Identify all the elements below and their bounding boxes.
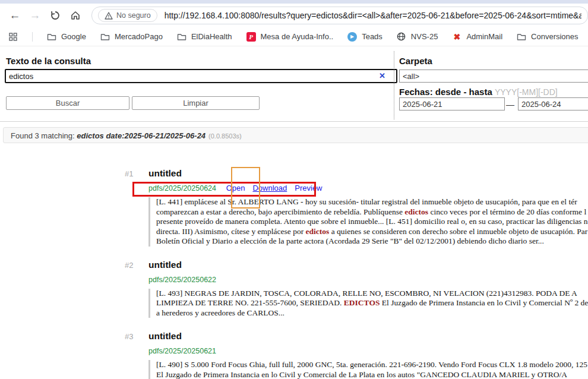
result-title: untitled (148, 168, 588, 179)
folder-input[interactable] (399, 70, 588, 83)
snippet-line: El Juzgado de Primera Instancia en lo Ci… (156, 370, 588, 379)
results-summary-query: edictos date:2025-06-21/2025-06-24 (77, 131, 206, 140)
home-icon[interactable] (65, 6, 86, 25)
bookmark-icon (177, 32, 186, 42)
bookmark-icon: ▶ (347, 32, 357, 42)
snippet-line: a herederos y acreedores de CARLOS... (156, 308, 588, 318)
bookmark-item[interactable]: ElDiaHealth (177, 32, 232, 42)
snippet-line: [L. 490] S 5.000 Ford Focus Ghia, full f… (156, 360, 588, 370)
open-link[interactable]: Open (226, 184, 245, 192)
result-title: untitled (148, 259, 588, 270)
result-path-link[interactable]: pdfs/2025/20250624 (148, 184, 216, 192)
bookmark-label: ElDiaHealth (191, 32, 232, 41)
bookmark-label: NVS-25 (411, 32, 438, 41)
result-item: #2 untitled pdfs/2025/20250622 [L. 493] … (125, 259, 588, 318)
limpiar-button[interactable]: Limpiar (132, 96, 260, 110)
result-path-link[interactable]: pdfs/2025/20250622 (148, 276, 216, 284)
bookmark-item[interactable]: MercadoPago (100, 32, 163, 42)
result-meta-row: pdfs/2025/20250621 (148, 347, 588, 355)
search-form: Texto de la consulta ✕ Buscar Limpiar Ca… (0, 46, 588, 121)
result-snippet: [L. 490] S 5.000 Ford Focus Ghia, full f… (148, 360, 588, 379)
date-to-input[interactable] (518, 97, 588, 110)
globe-icon (397, 32, 406, 41)
result-path-link[interactable]: pdfs/2025/20250621 (148, 347, 216, 355)
security-chip-label: No seguro (116, 11, 151, 20)
results-summary-prefix: Found 3 matching: (11, 131, 77, 140)
result-item: #1 untitled pdfs/2025/20250624 OpenDownl… (125, 168, 588, 247)
folder-label: Carpeta (399, 56, 432, 66)
bookmark-label: AdminMail (466, 32, 502, 41)
bookmark-label: Google (61, 32, 86, 41)
bookmarks-divider (32, 32, 33, 42)
result-number: #2 (125, 261, 133, 270)
results-summary-timing: (0.0.8503s) (208, 132, 242, 140)
bookmarks-bar: Google MercadoPago ElDiaHealth P Mesa de… (0, 27, 588, 46)
result-title: untitled (148, 330, 588, 342)
bookmark-label: Mesa de Ayuda-Info.. (261, 32, 334, 41)
result-number: #3 (125, 332, 133, 341)
clear-query-icon[interactable]: ✕ (379, 71, 385, 80)
query-label: Texto de la consulta (6, 56, 91, 66)
reload-icon-glyph (50, 10, 61, 21)
browser-toolbar: ← → No seguro http://192.168.4.100:8080/… (0, 4, 588, 27)
result-number: #1 (125, 169, 133, 178)
bookmarks-list: Google MercadoPago ElDiaHealth P Mesa de… (47, 32, 588, 42)
result-snippet: [L. 493] NEGRAS DE JARDIN, TOSCA, COLORA… (148, 289, 588, 318)
snippet-line: LIMPIEZA DE TERRE NO. 221-555-7600, SERI… (156, 298, 588, 308)
address-bar[interactable]: No seguro http://192.168.4.100:8080/resu… (91, 7, 588, 24)
results-list: #1 untitled pdfs/2025/20250624 OpenDownl… (125, 165, 588, 379)
red-p-icon: P (246, 32, 256, 42)
security-chip[interactable]: No seguro (98, 9, 157, 22)
bookmark-item[interactable]: Conversiones (517, 32, 578, 42)
result-snippet: [L. 441] emplácese al Sr. ALBERTO LANG -… (148, 197, 588, 247)
bookmark-item[interactable]: ▶ Teads (347, 32, 382, 42)
dates-label-row: Fechas: desde - hasta YYYY[-MM][-DD] (399, 87, 558, 97)
section-divider (0, 121, 588, 122)
reload-icon[interactable] (45, 6, 65, 25)
bookmark-item[interactable]: Google (47, 32, 86, 42)
forward-icon[interactable]: → (25, 6, 45, 25)
dates-label: Fechas: desde - hasta (399, 87, 492, 97)
snippet-line: [L. 441] emplácese al Sr. ALBERTO LANG -… (156, 197, 588, 207)
date-range-dash: — (506, 100, 514, 109)
snippet-line: comparezcan a estar a derecho, bajo aper… (156, 207, 588, 217)
snippet-line: directa. III) Asimismo, cítese y empláce… (156, 227, 588, 237)
apps-grid-icon[interactable] (8, 32, 18, 42)
date-from-input[interactable] (399, 97, 505, 110)
result-item: #3 untitled pdfs/2025/20250621 [L. 490] … (125, 330, 588, 379)
download-link[interactable]: Download (252, 184, 287, 192)
dates-format-hint-text: YYYY[-MM][-DD] (495, 87, 558, 97)
bookmark-icon: ✖ (452, 32, 461, 42)
bookmark-icon (397, 32, 406, 42)
result-meta-row: pdfs/2025/20250624 OpenDownloadPreview (148, 184, 588, 192)
bookmark-item[interactable]: P Mesa de Ayuda-Info.. (246, 32, 334, 42)
red-mail-icon: ✖ (454, 32, 461, 42)
buscar-button[interactable]: Buscar (6, 96, 129, 110)
snippet-line: [L. 493] NEGRAS DE JARDIN, TOSCA, COLORA… (156, 289, 588, 299)
url-text[interactable]: http://192.168.4.100:8080/results?query=… (165, 11, 581, 20)
query-input[interactable] (5, 69, 397, 83)
bookmark-icon (517, 32, 526, 42)
bookmark-item[interactable]: NVS-25 (397, 32, 438, 42)
bookmark-icon: P (246, 32, 256, 42)
bookmark-item[interactable]: ✖ AdminMail (452, 32, 502, 42)
bookmark-label: Teads (362, 32, 382, 41)
home-icon-glyph (70, 10, 81, 21)
snippet-line: Boletín Oficial y Diario a elección de l… (156, 236, 588, 247)
snippet-line: presente proveído de manera completa. At… (156, 217, 588, 227)
warning-triangle-icon (105, 12, 113, 20)
bookmark-label: Conversiones (531, 32, 578, 41)
form-columns-divider (394, 51, 394, 119)
play-circle-icon: ▶ (347, 32, 357, 42)
results-summary-bar: Found 3 matching: edictos date:2025-06-2… (3, 127, 588, 143)
bookmark-icon (47, 32, 56, 42)
preview-link[interactable]: Preview (295, 184, 322, 192)
result-meta-row: pdfs/2025/20250622 (148, 276, 588, 284)
bookmark-icon (100, 32, 110, 42)
bookmark-label: MercadoPago (115, 32, 163, 41)
back-icon[interactable]: ← (5, 6, 25, 25)
